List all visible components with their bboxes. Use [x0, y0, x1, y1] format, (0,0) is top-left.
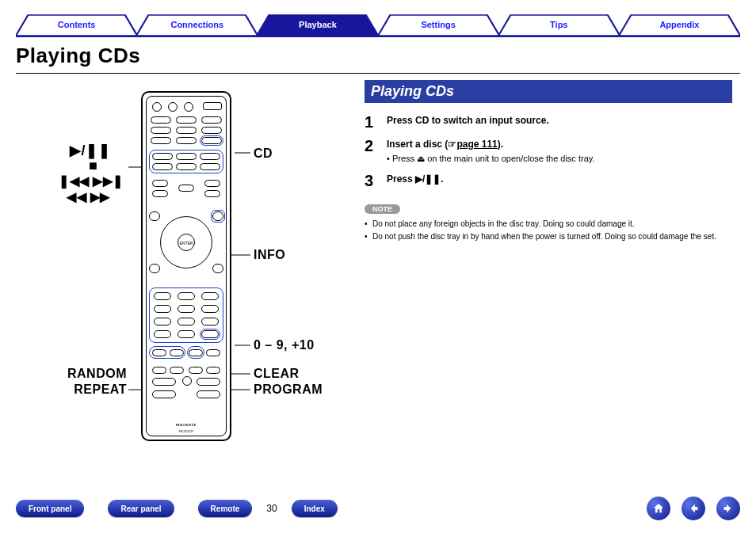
tab-playback[interactable]: Playback — [257, 14, 378, 36]
page-link-icon: ☞ — [448, 139, 456, 150]
tab-label: Tips — [550, 20, 567, 29]
note-list: Do not place any foreign objects in the … — [365, 219, 732, 242]
index-button[interactable]: Index — [292, 500, 338, 517]
tab-label: Playback — [299, 20, 337, 29]
page-title: Playing CDs — [16, 44, 740, 68]
top-tab-bar: Contents Connections Playback Settings T… — [16, 14, 740, 36]
arrow-left-icon — [687, 502, 700, 515]
remote-brand: marantz — [141, 422, 231, 427]
step-number: 3 — [365, 173, 379, 188]
step-text: Press CD to switch an input source. — [387, 114, 732, 128]
manual-page: Contents Connections Playback Settings T… — [0, 0, 756, 533]
note-item: Do not place any foreign objects in the … — [365, 219, 732, 230]
title-rule — [16, 73, 740, 74]
tab-contents[interactable]: Contents — [16, 14, 137, 36]
step-2: 2 Insert a disc (☞page 111). • Press ⏏ o… — [365, 138, 732, 165]
tab-label: Connections — [170, 20, 223, 29]
remote-button[interactable]: Remote — [198, 500, 253, 517]
tab-label: Contents — [58, 20, 96, 29]
footer-bar: Front panel Rear panel Remote 30 Index — [16, 495, 740, 522]
rear-panel-button[interactable]: Rear panel — [108, 500, 174, 517]
step-number: 1 — [365, 114, 379, 130]
tab-tips[interactable]: Tips — [498, 14, 620, 36]
home-icon — [652, 502, 665, 515]
instructions-panel: Playing CDs 1 Press CD to switch an inpu… — [365, 80, 740, 244]
step-1: 1 Press CD to switch an input source. — [365, 114, 732, 130]
note-item: Do not push the disc tray in by hand whe… — [365, 231, 732, 242]
step-3: 3 Press ▶/❚❚. — [365, 173, 732, 188]
step-text: Press ▶/❚❚. — [387, 173, 732, 186]
tab-settings[interactable]: Settings — [378, 14, 499, 36]
prev-page-button[interactable] — [682, 497, 705, 520]
remote-diagram: ▶/❚❚ ■ ❚◀◀ ▶▶❚ ◀◀ ▶▶ CD INFO 0 – 9, +10 … — [16, 80, 353, 244]
arrow-right-icon — [722, 502, 735, 515]
front-panel-button[interactable]: Front panel — [16, 500, 84, 517]
tab-label: Settings — [421, 20, 455, 29]
tab-connections[interactable]: Connections — [136, 14, 258, 36]
step-subtext: • Press ⏏ on the main unit to open/close… — [387, 153, 732, 165]
page-link[interactable]: page 111 — [456, 139, 497, 150]
section-title: Playing CDs — [365, 80, 732, 103]
step-text: Insert a disc (☞page 111). — [387, 138, 732, 151]
remote-model: RC011CR — [141, 429, 231, 433]
content-area: ▶/❚❚ ■ ❚◀◀ ▶▶❚ ◀◀ ▶▶ CD INFO 0 – 9, +10 … — [16, 80, 740, 244]
tab-appendix[interactable]: Appendix — [619, 14, 740, 36]
remote-control: ENTER — [141, 91, 231, 441]
home-button[interactable] — [647, 497, 670, 520]
step-number: 2 — [365, 138, 379, 165]
page-number: 30 — [266, 503, 277, 514]
next-page-button[interactable] — [716, 497, 740, 520]
tab-label: Appendix — [659, 20, 699, 29]
note-badge: NOTE — [365, 204, 400, 214]
